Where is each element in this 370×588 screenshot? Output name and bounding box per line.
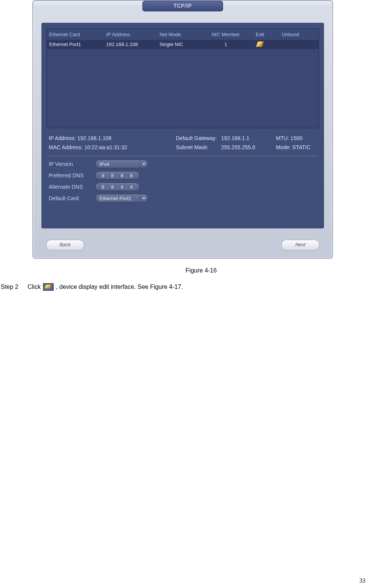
dns-octet: 4 bbox=[128, 184, 136, 190]
pencil-icon bbox=[43, 283, 54, 291]
ip-address-label: IP Address: bbox=[49, 135, 76, 141]
nic-table-header: Ethernet Card IP Address Net Mode NIC Me… bbox=[47, 29, 319, 40]
step-text-before: Click bbox=[27, 284, 41, 290]
step-label: Step 2 bbox=[1, 284, 18, 290]
default-card-label: Default Card bbox=[49, 195, 95, 201]
pencil-icon[interactable] bbox=[256, 41, 264, 47]
step-text-after: , device display edit interface. See Fig… bbox=[56, 284, 183, 290]
alternate-dns-row: Alternate DNS 8. 8. 4. 4 bbox=[49, 183, 319, 191]
default-card-select[interactable]: Ethernet Port1 bbox=[95, 194, 148, 202]
dialog-footer: Back Next bbox=[33, 234, 332, 258]
cell-net-mode: Single NIC bbox=[157, 40, 203, 49]
divider bbox=[47, 156, 318, 156]
cell-unbond bbox=[271, 40, 309, 49]
mtu-row: MTU: 1500 bbox=[276, 135, 325, 141]
th-edit: Edit bbox=[249, 30, 271, 38]
mac-address-value: 10:22:aa:a1:31:32 bbox=[84, 144, 127, 150]
cell-ip-address: 192.168.1.108 bbox=[104, 40, 157, 49]
dns-octet: 8 bbox=[118, 173, 126, 178]
ip-version-value: IPv4 bbox=[99, 161, 140, 167]
back-button[interactable]: Back bbox=[46, 240, 84, 250]
dialog-titlebar: TCP/IP bbox=[33, 1, 332, 9]
dns-octet: 8 bbox=[99, 184, 107, 190]
dns-octet: 8 bbox=[99, 173, 107, 178]
dialog-title: TCP/IP bbox=[142, 1, 223, 11]
nic-table: Ethernet Card IP Address Net Mode NIC Me… bbox=[46, 29, 319, 128]
th-nic-member: NIC Member bbox=[203, 30, 249, 38]
th-ip-address: IP Address bbox=[104, 30, 157, 38]
table-row[interactable]: Ethernet Port1 192.168.1.108 Single NIC … bbox=[47, 40, 319, 49]
mtu-value: 1500 bbox=[290, 135, 302, 141]
mac-address-label: MAC Address: bbox=[49, 144, 83, 150]
mac-address-row: MAC Address: 10:22:aa:a1:31:32 bbox=[49, 144, 174, 150]
dialog-body: Ethernet Card IP Address Net Mode NIC Me… bbox=[41, 23, 324, 228]
th-ethernet-card: Ethernet Card bbox=[47, 30, 104, 38]
dns-octet: 8 bbox=[128, 173, 136, 178]
details-grid: IP Address: 192.168.1.108 Default Gatewa… bbox=[49, 135, 317, 150]
preferred-dns-input[interactable]: 8. 8. 8. 8 bbox=[95, 171, 140, 180]
chevron-down-icon[interactable] bbox=[140, 160, 148, 168]
ip-version-label: IP Version bbox=[49, 161, 95, 167]
cell-edit bbox=[249, 40, 271, 49]
mode-label: Mode: bbox=[276, 144, 291, 150]
ip-version-row: IP Version IPv4 bbox=[49, 160, 319, 168]
page-number: 33 bbox=[359, 577, 365, 584]
tcpip-dialog: TCP/IP Ethernet Card IP Address Net Mode… bbox=[32, 0, 333, 259]
dns-octet: 8 bbox=[109, 184, 116, 190]
cell-ethernet-card: Ethernet Port1 bbox=[47, 40, 104, 49]
default-card-row: Default Card Ethernet Port1 bbox=[49, 194, 319, 202]
subnet-mask-label: Subnet Mask: bbox=[176, 144, 220, 150]
ip-address-value: 192.168.1.108 bbox=[77, 135, 112, 141]
preferred-dns-row: Preferred DNS 8. 8. 8. 8 bbox=[49, 171, 319, 180]
chevron-down-icon[interactable] bbox=[140, 194, 148, 202]
dns-octet: 4 bbox=[118, 184, 126, 190]
default-card-value: Ethernet Port1 bbox=[99, 196, 140, 201]
default-gateway-value: 192.168.1.1 bbox=[221, 135, 274, 141]
figure-caption: Figure 4-16 bbox=[32, 267, 370, 274]
alternate-dns-label: Alternate DNS bbox=[49, 184, 95, 190]
preferred-dns-label: Preferred DNS bbox=[49, 172, 95, 178]
default-gateway-label: Default Gateway: bbox=[176, 135, 220, 141]
dns-octet: 8 bbox=[109, 173, 116, 178]
cell-nic-member: 1 bbox=[203, 40, 249, 49]
next-button[interactable]: Next bbox=[281, 240, 319, 250]
ip-address-row: IP Address: 192.168.1.108 bbox=[49, 135, 174, 141]
th-net-mode: Net Mode bbox=[157, 30, 203, 38]
ip-version-select[interactable]: IPv4 bbox=[95, 160, 148, 168]
th-unbond: Unbond bbox=[271, 30, 309, 38]
mode-row: Mode: STATIC bbox=[276, 144, 325, 150]
alternate-dns-input[interactable]: 8. 8. 4. 4 bbox=[95, 183, 140, 191]
step-instruction: Step 2 Click , device display edit inter… bbox=[1, 283, 370, 291]
mode-value: STATIC bbox=[292, 144, 311, 150]
mtu-label: MTU: bbox=[276, 135, 289, 141]
subnet-mask-value: 255.255.255.0 bbox=[221, 144, 274, 150]
